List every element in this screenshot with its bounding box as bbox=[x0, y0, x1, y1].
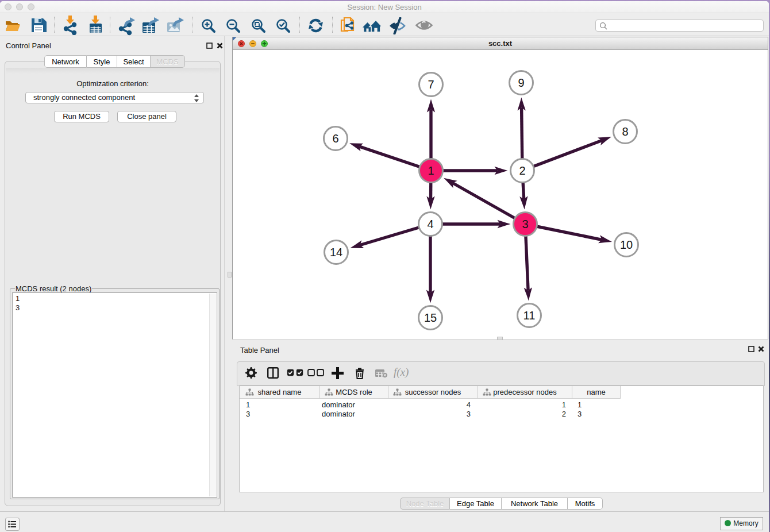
svg-text:7: 7 bbox=[428, 78, 434, 91]
svg-text:3: 3 bbox=[522, 218, 528, 230]
svg-text:11: 11 bbox=[523, 309, 536, 322]
svg-text:14: 14 bbox=[330, 246, 342, 259]
svg-text:8: 8 bbox=[622, 125, 628, 138]
svg-text:2: 2 bbox=[519, 164, 525, 177]
svg-text:10: 10 bbox=[620, 238, 633, 251]
svg-text:6: 6 bbox=[332, 132, 338, 145]
svg-text:f(x): f(x) bbox=[394, 367, 409, 379]
svg-text:1: 1 bbox=[428, 164, 434, 177]
svg-text:9: 9 bbox=[518, 76, 524, 89]
svg-text:15: 15 bbox=[424, 311, 437, 324]
svg-text:4: 4 bbox=[427, 218, 433, 230]
